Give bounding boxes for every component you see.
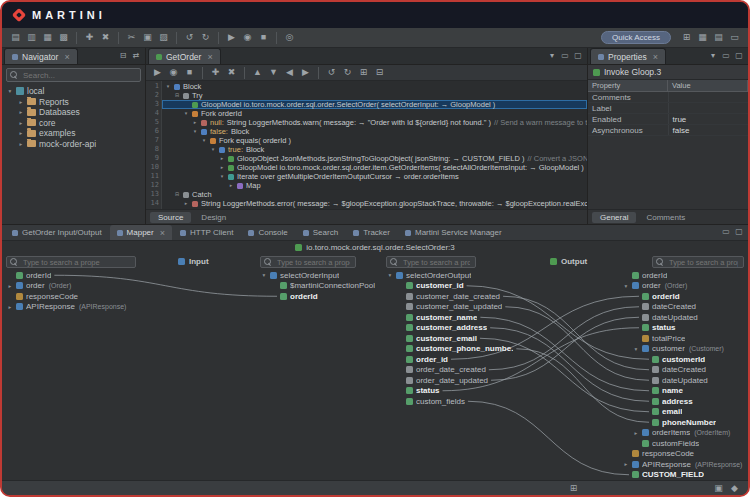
- save-icon[interactable]: ▦: [40, 30, 55, 45]
- open-perspective-icon[interactable]: ⊞: [679, 30, 694, 45]
- stop-icon[interactable]: ■: [182, 65, 197, 80]
- tab-general[interactable]: General: [592, 212, 636, 223]
- stop-icon[interactable]: ■: [256, 30, 271, 45]
- mapper-item[interactable]: orderId: [622, 291, 748, 302]
- martini-perspective-icon[interactable]: ▦: [695, 30, 710, 45]
- mapper-item[interactable]: ▸order(Order): [6, 281, 176, 292]
- close-icon[interactable]: ×: [160, 228, 165, 238]
- bottom-tab-console[interactable]: Console: [241, 225, 294, 240]
- code-line[interactable]: ▾Iterate over getMultipleOrderItemOutput…: [162, 172, 587, 181]
- mapper-item[interactable]: ▾order(Order): [622, 281, 748, 292]
- code-line[interactable]: ▸GloopObject JsonMethods.jsonStringToGlo…: [162, 154, 587, 163]
- tab-getorder[interactable]: GetOrder ×: [148, 48, 221, 64]
- bottom-tab-martini-service-manager[interactable]: Martini Service Manager: [398, 225, 509, 240]
- code-area[interactable]: ▾Block⊟Try GloopModel io.toro.mock.order…: [162, 81, 587, 209]
- code-line[interactable]: ⊟Try: [162, 91, 587, 100]
- mapper-item[interactable]: name: [622, 386, 748, 397]
- debug-service-icon[interactable]: ◉: [166, 65, 181, 80]
- mapper-item[interactable]: customer_date_created: [386, 291, 538, 302]
- bottom-tab-http-client[interactable]: HTTP Client: [173, 225, 240, 240]
- mapper-item[interactable]: custom_fields: [386, 396, 538, 407]
- minimize-icon[interactable]: ▭: [559, 50, 571, 62]
- link-editor-icon[interactable]: ⇄: [130, 50, 142, 62]
- mapper-item[interactable]: customerId: [622, 354, 748, 365]
- code-line[interactable]: ▾Fork equals( orderId ): [162, 136, 587, 145]
- mapper-item[interactable]: customer_address: [386, 323, 538, 334]
- code-line[interactable]: ▾Fork orderId: [162, 109, 587, 118]
- mapper-item[interactable]: customer_name: [386, 312, 538, 323]
- mapper-item[interactable]: ▸APIResponse(APIResponse): [6, 302, 176, 313]
- code-line[interactable]: GloopModel io.toro.mock.order.sql.order.…: [162, 100, 587, 109]
- mapper-item[interactable]: dateUpdated: [622, 375, 748, 386]
- tab-properties[interactable]: Properties ×: [590, 48, 666, 64]
- new-icon[interactable]: ▤: [8, 30, 23, 45]
- delete-icon[interactable]: ✖: [98, 30, 113, 45]
- move-right-icon[interactable]: ▶: [298, 65, 313, 80]
- add-step-icon[interactable]: ✚: [208, 65, 223, 80]
- mapper-item[interactable]: orderId: [260, 291, 382, 302]
- mapper-item[interactable]: CUSTOM_FIELD: [622, 470, 748, 481]
- background-tasks-icon[interactable]: ▣: [711, 481, 726, 496]
- code-line[interactable]: ⊟Catch: [162, 190, 587, 199]
- bottom-tab-tracker[interactable]: Tracker: [346, 225, 397, 240]
- navigator-item[interactable]: ▸mock-order-api: [2, 139, 145, 150]
- maximize-icon[interactable]: ▢: [572, 50, 584, 62]
- view-menu-icon[interactable]: ▾: [546, 50, 558, 62]
- minimize-icon[interactable]: ▭: [720, 226, 732, 238]
- new-service-icon[interactable]: ✚: [82, 30, 97, 45]
- view-menu-icon[interactable]: ▾: [707, 50, 719, 62]
- code-line[interactable]: ▾true:Block: [162, 145, 587, 154]
- mapper-item[interactable]: status: [386, 386, 538, 397]
- move-left-icon[interactable]: ◀: [282, 65, 297, 80]
- mapper-item[interactable]: phoneNumber: [622, 417, 748, 428]
- property-row[interactable]: Label: [588, 103, 748, 114]
- search-icon[interactable]: ◎: [282, 30, 297, 45]
- mapper-item[interactable]: status: [622, 323, 748, 334]
- paste-icon[interactable]: ▨: [156, 30, 171, 45]
- notifications-icon[interactable]: ◆: [727, 481, 742, 496]
- bottom-tab-search[interactable]: Search: [296, 225, 345, 240]
- service-output-search-input[interactable]: [401, 257, 472, 268]
- bottom-tab-mapper[interactable]: Mapper×: [110, 225, 172, 240]
- tab-navigator[interactable]: Navigator ×: [4, 48, 78, 64]
- property-row[interactable]: Comments: [588, 92, 748, 103]
- code-line[interactable]: ▾false:Block: [162, 127, 587, 136]
- mapper-item[interactable]: ▸orderItems(OrderItem): [622, 428, 748, 439]
- navigator-item[interactable]: ▸examples: [2, 128, 145, 139]
- run-icon[interactable]: ▶: [224, 30, 239, 45]
- remove-step-icon[interactable]: ✖: [224, 65, 239, 80]
- mapper-item[interactable]: ▸APIResponse(APIResponse): [622, 459, 748, 470]
- property-row[interactable]: Asynchronousfalse: [588, 125, 748, 136]
- close-icon[interactable]: ×: [653, 52, 658, 62]
- code-line[interactable]: ▾Block: [162, 82, 587, 91]
- maximize-icon[interactable]: ▢: [733, 50, 745, 62]
- context-search-input[interactable]: [21, 257, 132, 268]
- cut-icon[interactable]: ✂: [124, 30, 139, 45]
- mapper-item[interactable]: responseCode: [622, 449, 748, 460]
- mapper-item[interactable]: ▾selectOrderInput: [260, 270, 382, 281]
- mapper-item[interactable]: ▾selectOrderOutput: [386, 270, 538, 281]
- input-search-input[interactable]: [275, 257, 352, 268]
- mapper-item[interactable]: dateUpdated: [622, 312, 748, 323]
- mapper-item[interactable]: customer_phone_numbe.: [386, 344, 538, 355]
- redo-icon[interactable]: ↻: [198, 30, 213, 45]
- run-service-icon[interactable]: ▶: [150, 65, 165, 80]
- bottom-tab-getorder-input-output[interactable]: GetOrder Input/Output: [5, 225, 109, 240]
- expand-all-icon[interactable]: ⊞: [356, 65, 371, 80]
- open-icon[interactable]: ▥: [24, 30, 39, 45]
- mapper-item[interactable]: email: [622, 407, 748, 418]
- mapper-item[interactable]: order_date_created: [386, 365, 538, 376]
- mapper-item[interactable]: customFields: [622, 438, 748, 449]
- move-down-icon[interactable]: ▼: [266, 65, 281, 80]
- undo-icon[interactable]: ↺: [324, 65, 339, 80]
- copy-icon[interactable]: ▣: [140, 30, 155, 45]
- minimize-window-icon[interactable]: ▭: [727, 30, 742, 45]
- property-row[interactable]: Enabledtrue: [588, 114, 748, 125]
- mapper-item[interactable]: order_date_updated: [386, 375, 538, 386]
- mapper-item[interactable]: dateCreated: [622, 302, 748, 313]
- save-all-icon[interactable]: ▩: [56, 30, 71, 45]
- navigator-item[interactable]: ▾local: [2, 86, 145, 97]
- navigator-item[interactable]: ▸core: [2, 118, 145, 129]
- maximize-icon[interactable]: ▢: [733, 226, 745, 238]
- mapper-item[interactable]: responseCode: [6, 291, 176, 302]
